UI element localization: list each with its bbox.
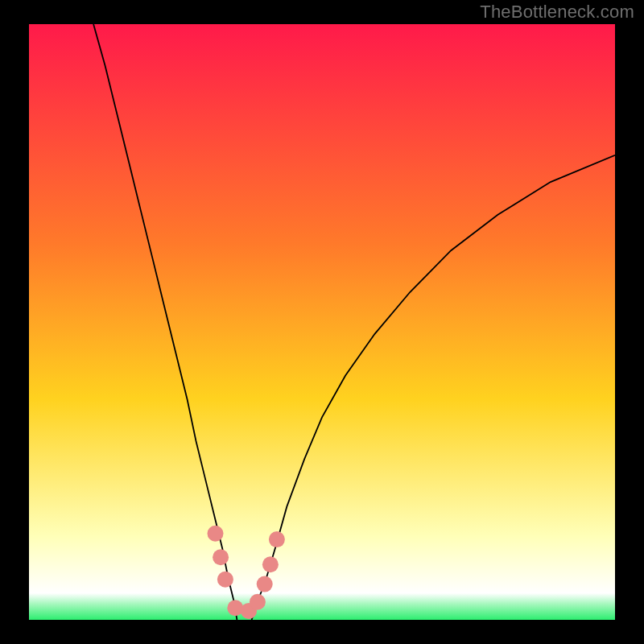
watermark-text: TheBottleneck.com — [480, 2, 634, 23]
data-marker — [262, 556, 279, 572]
plot-area — [29, 24, 615, 620]
data-marker — [217, 572, 233, 588]
data-marker — [269, 531, 285, 547]
chart-svg — [29, 24, 615, 620]
data-marker — [227, 600, 243, 616]
data-marker — [213, 549, 229, 565]
data-marker — [208, 526, 224, 542]
data-marker — [257, 576, 273, 592]
chart-frame: TheBottleneck.com — [0, 0, 644, 644]
data-marker — [250, 594, 266, 610]
